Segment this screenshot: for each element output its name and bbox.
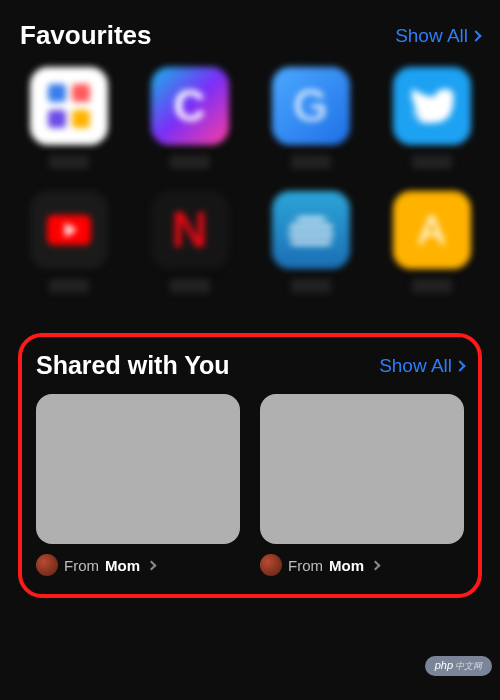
favourite-item-netflix[interactable]: N bbox=[141, 191, 238, 293]
favourite-item-twitter[interactable] bbox=[383, 67, 480, 169]
favourite-label bbox=[291, 155, 331, 169]
youtube-icon bbox=[30, 191, 108, 269]
favourite-label bbox=[170, 155, 210, 169]
shared-thumbnail bbox=[260, 394, 464, 544]
chevron-right-icon bbox=[454, 360, 465, 371]
shared-header: Shared with You Show All bbox=[36, 351, 464, 380]
shared-thumbnail bbox=[36, 394, 240, 544]
watermark-sub: 中文网 bbox=[455, 661, 482, 671]
chevron-right-icon bbox=[371, 560, 381, 570]
shared-with-you-section: Shared with You Show All From Mom bbox=[18, 333, 482, 598]
from-prefix: From bbox=[288, 557, 323, 574]
from-name: Mom bbox=[105, 557, 140, 574]
apps-icon bbox=[30, 67, 108, 145]
chevron-right-icon bbox=[470, 30, 481, 41]
favourites-show-all[interactable]: Show All bbox=[395, 25, 480, 47]
favourite-label bbox=[49, 155, 89, 169]
favourites-section: Favourites Show All C G bbox=[20, 20, 480, 293]
favourite-item-apps[interactable] bbox=[20, 67, 117, 169]
show-all-label: Show All bbox=[379, 355, 452, 377]
shared-show-all[interactable]: Show All bbox=[379, 355, 464, 377]
twitter-icon bbox=[393, 67, 471, 145]
show-all-label: Show All bbox=[395, 25, 468, 47]
favourite-item-canva[interactable]: C bbox=[141, 67, 238, 169]
favourite-item-amazon[interactable]: A bbox=[383, 191, 480, 293]
favourite-label bbox=[170, 279, 210, 293]
favourites-header: Favourites Show All bbox=[20, 20, 480, 51]
shared-card[interactable]: From Mom bbox=[36, 394, 240, 576]
canva-icon: C bbox=[151, 67, 229, 145]
favourite-label bbox=[49, 279, 89, 293]
shared-from-row[interactable]: From Mom bbox=[260, 554, 464, 576]
favourite-item-prime[interactable] bbox=[262, 191, 359, 293]
shared-title: Shared with You bbox=[36, 351, 230, 380]
favourites-grid: C G N A bbox=[20, 67, 480, 293]
shared-cards: From Mom From Mom bbox=[36, 394, 464, 576]
watermark-text: php bbox=[435, 659, 453, 671]
avatar-icon bbox=[260, 554, 282, 576]
favourite-label bbox=[412, 279, 452, 293]
watermark-badge: php中文网 bbox=[425, 656, 492, 676]
favourite-item-google[interactable]: G bbox=[262, 67, 359, 169]
chevron-right-icon bbox=[147, 560, 157, 570]
favourite-label bbox=[412, 155, 452, 169]
netflix-icon: N bbox=[151, 191, 229, 269]
avatar-icon bbox=[36, 554, 58, 576]
from-prefix: From bbox=[64, 557, 99, 574]
from-name: Mom bbox=[329, 557, 364, 574]
shared-from-row[interactable]: From Mom bbox=[36, 554, 240, 576]
google-icon: G bbox=[272, 67, 350, 145]
amazon-icon: A bbox=[393, 191, 471, 269]
prime-icon bbox=[272, 191, 350, 269]
favourite-label bbox=[291, 279, 331, 293]
favourites-title: Favourites bbox=[20, 20, 152, 51]
favourite-item-youtube[interactable] bbox=[20, 191, 117, 293]
shared-card[interactable]: From Mom bbox=[260, 394, 464, 576]
